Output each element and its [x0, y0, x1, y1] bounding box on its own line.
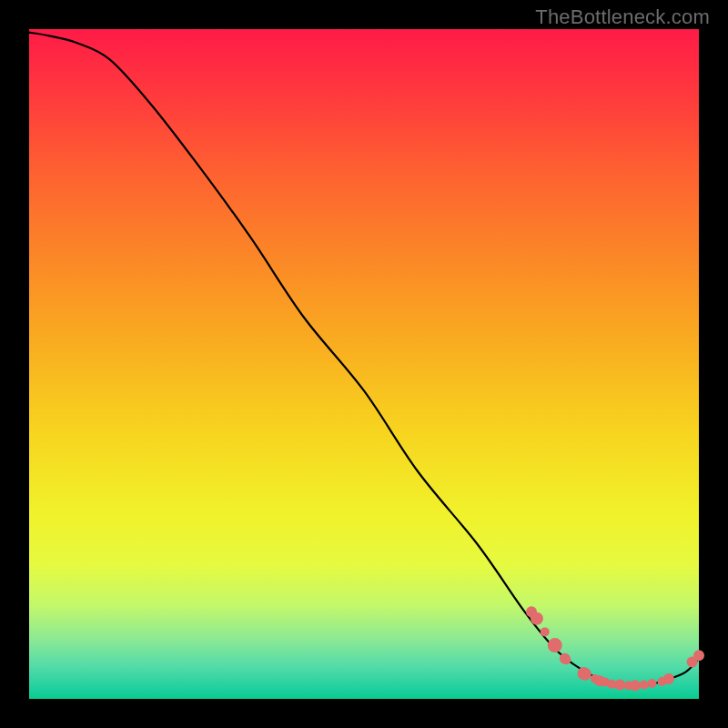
highlight-dot: [640, 681, 649, 690]
highlight-dot: [541, 627, 550, 636]
highlight-dot: [663, 673, 674, 684]
chart-stage: TheBottleneck.com: [0, 0, 728, 728]
highlight-dot: [630, 680, 641, 691]
highlight-dot: [561, 655, 571, 664]
highlight-dot: [647, 679, 656, 688]
highlight-dot: [548, 638, 562, 652]
watermark-text: TheBottleneck.com: [535, 5, 710, 29]
highlight-dot: [531, 612, 543, 625]
highlight-dot: [614, 680, 625, 691]
highlight-dot: [579, 668, 592, 681]
plot-area: [29, 29, 699, 699]
highlight-dot: [693, 650, 704, 661]
bottleneck-chart: [0, 0, 728, 728]
